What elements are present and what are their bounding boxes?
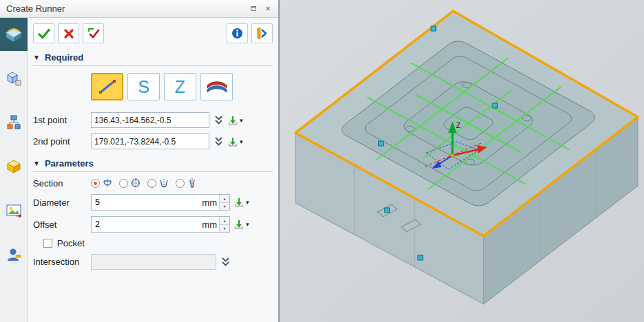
section-option-trapezoid[interactable] bbox=[147, 178, 169, 189]
second-point-options-dropdown[interactable]: ▾ bbox=[228, 137, 243, 147]
chevron-double-down-icon bbox=[221, 257, 230, 267]
section-row: Section bbox=[33, 178, 273, 189]
dropdown-caret-icon: ▾ bbox=[246, 199, 249, 206]
float-panel-icon[interactable] bbox=[247, 3, 260, 14]
z-shape-label: Z bbox=[175, 78, 185, 96]
offset-spin-down[interactable]: ▾ bbox=[220, 224, 229, 233]
mold-tool-icon[interactable] bbox=[0, 18, 28, 51]
import-value-icon bbox=[228, 137, 238, 147]
image-glyph bbox=[6, 202, 22, 219]
pocket-row: Pocket bbox=[43, 238, 273, 248]
cancel-x-icon bbox=[63, 28, 74, 39]
first-point-row: 1st point ▾ bbox=[33, 112, 273, 128]
u-shape-section-icon bbox=[187, 178, 198, 189]
diameter-stepper: ▴ ▾ bbox=[219, 195, 229, 210]
chevron-double-down-icon bbox=[214, 136, 223, 147]
mode-on-surface-button[interactable] bbox=[200, 73, 233, 100]
dropdown-caret-icon: ▾ bbox=[240, 117, 243, 124]
origin-point bbox=[450, 154, 454, 158]
intersection-label: Intersection bbox=[33, 257, 87, 267]
required-section-header[interactable]: ▼ Required bbox=[33, 49, 273, 66]
info-icon bbox=[231, 28, 243, 39]
panel-body: ▼ Required S Z bbox=[0, 18, 278, 322]
side-panel-icon bbox=[257, 28, 267, 39]
info-button[interactable] bbox=[227, 23, 248, 43]
circle-section-icon bbox=[130, 178, 141, 189]
radio-u-shape[interactable] bbox=[176, 179, 185, 188]
dropdown-caret-icon: ▾ bbox=[240, 138, 243, 145]
offset-unit: mm bbox=[200, 219, 219, 230]
render-image-icon[interactable] bbox=[0, 194, 28, 227]
import-value-icon bbox=[234, 197, 244, 207]
panel-title: Create Runner bbox=[6, 3, 245, 14]
side-icon-strip bbox=[0, 18, 28, 322]
offset-row: Offset mm ▴ ▾ bbox=[33, 216, 273, 233]
diameter-options-dropdown[interactable]: ▾ bbox=[234, 197, 249, 207]
radio-circle[interactable] bbox=[119, 179, 128, 188]
ok-button[interactable] bbox=[33, 23, 54, 43]
parameters-section-title: Parameters bbox=[45, 158, 94, 169]
trapezoid-section-icon bbox=[158, 178, 169, 189]
dropdown-caret-icon: ▾ bbox=[246, 221, 249, 228]
required-section-title: Required bbox=[45, 52, 83, 63]
second-point-input[interactable] bbox=[91, 133, 209, 149]
user-glyph bbox=[6, 246, 22, 263]
section-option-u-shape[interactable] bbox=[176, 178, 198, 189]
mode-two-point-line-button[interactable] bbox=[91, 73, 123, 100]
surface-icon bbox=[205, 79, 229, 94]
parameters-section-header[interactable]: ▼ Parameters bbox=[33, 155, 273, 172]
create-runner-panel: Create Runner ✕ bbox=[0, 0, 280, 322]
intersection-input[interactable] bbox=[91, 254, 216, 270]
assembly-glyph bbox=[6, 114, 22, 131]
section-label: Section bbox=[33, 178, 87, 189]
first-point-options-dropdown[interactable]: ▾ bbox=[228, 116, 243, 125]
offset-input-group: mm ▴ ▾ bbox=[91, 216, 230, 233]
chevron-double-down-icon bbox=[214, 115, 223, 125]
import-value-icon bbox=[228, 116, 238, 125]
diameter-unit: mm bbox=[200, 197, 219, 208]
diameter-spin-down[interactable]: ▾ bbox=[220, 202, 229, 211]
assembly-tree-icon[interactable] bbox=[0, 106, 28, 139]
pocket-checkbox[interactable] bbox=[43, 239, 52, 248]
mode-z-shape-button[interactable]: Z bbox=[164, 73, 196, 100]
offset-options-dropdown[interactable]: ▾ bbox=[234, 219, 249, 229]
section-option-circle[interactable] bbox=[119, 178, 141, 189]
intersection-expand-icon[interactable] bbox=[220, 256, 231, 268]
second-point-expand-icon[interactable] bbox=[214, 136, 224, 147]
mode-s-shape-button[interactable]: S bbox=[127, 73, 160, 100]
offset-spin-up[interactable]: ▴ bbox=[220, 217, 229, 224]
pocket-label: Pocket bbox=[57, 238, 85, 248]
user-session-icon[interactable] bbox=[0, 238, 28, 271]
offset-label: Offset bbox=[33, 219, 87, 230]
diameter-input[interactable] bbox=[92, 195, 200, 210]
side-panel-toggle-button[interactable] bbox=[251, 23, 273, 43]
viewport-3d[interactable]: Z bbox=[280, 0, 644, 322]
radio-trapezoid[interactable] bbox=[147, 179, 156, 188]
workpiece-glyph bbox=[6, 158, 22, 175]
diameter-input-group: mm ▴ ▾ bbox=[91, 194, 230, 211]
diameter-label: Diameter bbox=[33, 197, 87, 208]
diameter-spin-up[interactable]: ▴ bbox=[220, 195, 229, 202]
first-point-label: 1st point bbox=[33, 115, 87, 125]
cancel-button[interactable] bbox=[58, 23, 79, 43]
dialog-content: ▼ Required S Z bbox=[28, 18, 278, 322]
panel-titlebar: Create Runner ✕ bbox=[0, 0, 278, 18]
close-icon[interactable]: ✕ bbox=[262, 3, 274, 14]
radio-semicircle[interactable] bbox=[91, 179, 100, 188]
diameter-row: Diameter mm ▴ ▾ bbox=[33, 194, 273, 211]
apply-button[interactable] bbox=[83, 23, 104, 43]
viewport-canvas: Z bbox=[280, 0, 644, 322]
second-point-row: 2nd point ▾ bbox=[33, 133, 273, 149]
workpiece-icon[interactable] bbox=[0, 150, 28, 183]
first-point-input[interactable] bbox=[91, 112, 209, 128]
ok-check-icon bbox=[38, 28, 50, 39]
intersection-row: Intersection bbox=[33, 254, 273, 270]
first-point-expand-icon[interactable] bbox=[214, 114, 224, 126]
section-shape-options bbox=[91, 178, 198, 189]
parting-tool-icon[interactable] bbox=[0, 62, 28, 95]
section-option-semicircle[interactable] bbox=[91, 178, 113, 189]
mold-core-glyph bbox=[5, 25, 23, 43]
offset-input[interactable] bbox=[92, 217, 200, 232]
import-value-icon bbox=[234, 219, 244, 229]
second-point-label: 2nd point bbox=[33, 136, 87, 147]
